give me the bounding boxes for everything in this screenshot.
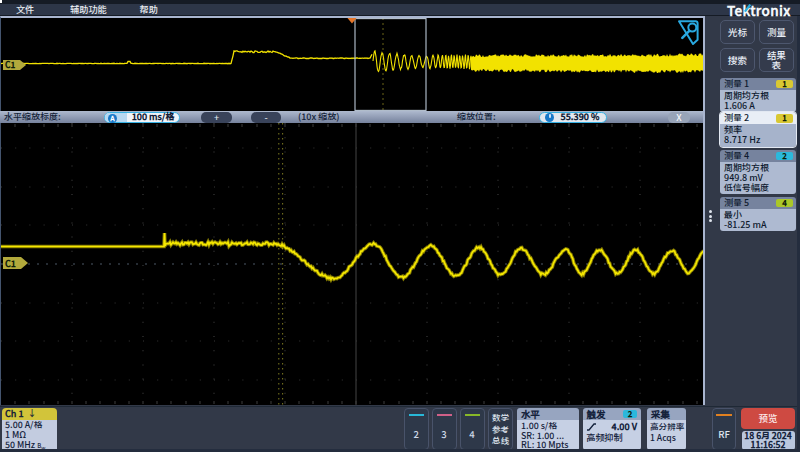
svg-text:C1: C1 <box>5 257 16 270</box>
svg-text:C1: C1 <box>5 58 15 70</box>
